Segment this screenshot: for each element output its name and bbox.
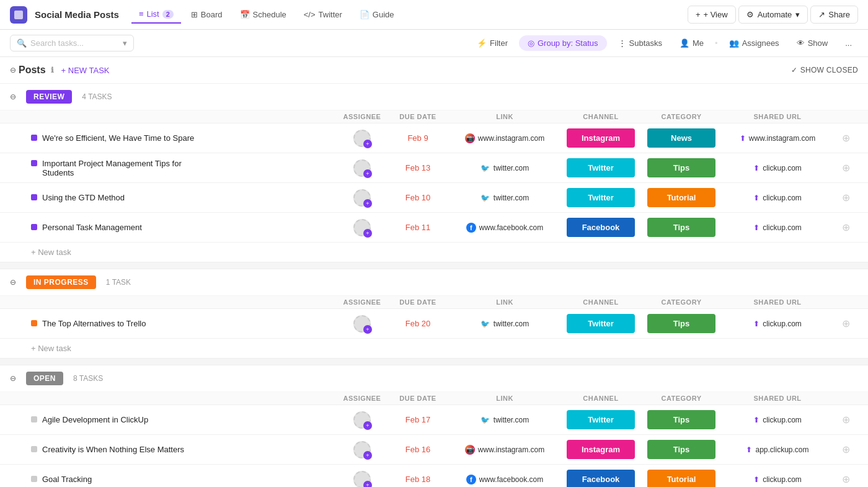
avatar[interactable]: + <box>353 315 371 333</box>
new-task-row-in-progress[interactable]: + New task <box>0 339 868 358</box>
channel-badge: Twitter <box>567 158 635 177</box>
link-cell[interactable]: 🐦 twitter.com <box>449 163 560 173</box>
in-progress-task-count: 1 TASK <box>106 278 131 287</box>
due-date-cell: Feb 10 <box>387 193 449 202</box>
nav-tab-schedule[interactable]: 📅 Schedule <box>232 6 294 23</box>
task-name[interactable]: Agile Development in ClickUp <box>31 415 337 424</box>
col-header-shared-url: SHARED URL <box>722 395 833 402</box>
nav-tab-twitter[interactable]: </> Twitter <box>296 6 350 23</box>
task-name[interactable]: Personal Task Management <box>31 223 337 232</box>
link-cell[interactable]: 📷 www.instagram.com <box>449 445 560 455</box>
add-column-button[interactable]: ⊕ <box>833 132 858 144</box>
task-name[interactable]: Goal Tracking <box>31 475 337 484</box>
category-cell[interactable]: Tutorial <box>641 188 722 207</box>
collapse-in-progress-button[interactable]: ⊖ <box>10 278 16 287</box>
group-by-button[interactable]: ◎ Group by: Status <box>519 35 607 51</box>
channel-cell[interactable]: Instagram <box>560 440 641 459</box>
filter-button[interactable]: ⚡ Filter <box>471 35 514 51</box>
channel-cell[interactable]: Twitter <box>560 410 641 429</box>
add-column-button[interactable]: ⊕ <box>833 162 858 174</box>
category-cell[interactable]: Tips <box>641 314 722 333</box>
more-options-button[interactable]: ... <box>839 35 858 51</box>
clickup-icon: ⬆ <box>753 416 760 424</box>
share-button[interactable]: ↗ Share <box>810 6 858 24</box>
avatar[interactable]: + <box>353 471 371 488</box>
link-cell[interactable]: 📷 www.instagram.com <box>449 133 560 143</box>
avatar[interactable]: + <box>353 130 371 147</box>
add-assignee-icon[interactable]: + <box>363 229 372 238</box>
category-badge: News <box>647 128 715 148</box>
table-row: Creativity is When Nothing Else Matters … <box>0 435 868 465</box>
channel-cell[interactable]: Facebook <box>560 470 641 487</box>
add-assignee-icon[interactable]: + <box>363 199 372 208</box>
show-closed-button[interactable]: ✓ SHOW CLOSED <box>791 66 858 74</box>
add-assignee-icon[interactable]: + <box>363 451 372 460</box>
add-assignee-icon[interactable]: + <box>363 325 372 334</box>
review-badge[interactable]: REVIEW <box>26 90 72 104</box>
nav-tab-guide[interactable]: 📄 Guide <box>352 6 402 23</box>
add-column-button[interactable]: ⊕ <box>833 414 858 426</box>
collapse-review-button[interactable]: ⊖ <box>10 92 16 101</box>
category-cell[interactable]: News <box>641 128 722 148</box>
add-column-button[interactable]: ⊕ <box>833 221 858 233</box>
col-header-task <box>31 113 337 120</box>
show-button[interactable]: 👁 Show <box>790 35 835 51</box>
task-name[interactable]: Using the GTD Method <box>31 193 337 202</box>
channel-cell[interactable]: Twitter <box>560 314 641 333</box>
avatar[interactable]: + <box>353 159 371 177</box>
due-date-cell: Feb 13 <box>387 163 449 172</box>
add-column-button[interactable]: ⊕ <box>833 473 858 485</box>
category-cell[interactable]: Tips <box>641 410 722 429</box>
add-column-button[interactable]: ⊕ <box>833 318 858 329</box>
open-badge[interactable]: OPEN <box>26 372 63 385</box>
add-assignee-icon[interactable]: + <box>363 140 372 148</box>
category-cell[interactable]: Tips <box>641 218 722 237</box>
col-header-task <box>31 298 337 306</box>
link-cell[interactable]: 🐦 twitter.com <box>449 193 560 203</box>
channel-cell[interactable]: Twitter <box>560 188 641 207</box>
new-task-button[interactable]: + NEW TASK <box>61 66 110 75</box>
collapse-posts-button[interactable]: ⊖ <box>10 66 16 74</box>
instagram-icon: 📷 <box>465 133 475 143</box>
new-task-row-review[interactable]: + New task <box>0 243 868 262</box>
subtasks-button[interactable]: ⋮ Subtasks <box>612 35 668 51</box>
task-name[interactable]: Creativity is When Nothing Else Matters <box>31 445 337 454</box>
task-name[interactable]: Important Project Management Tips forStu… <box>31 159 337 177</box>
task-name[interactable]: We're so Efficient, We Have Time to Spar… <box>31 133 337 143</box>
avatar[interactable]: + <box>353 189 371 207</box>
link-cell[interactable]: 🐦 twitter.com <box>449 319 560 329</box>
nav-tab-list[interactable]: ≡ List 2 <box>131 6 181 24</box>
in-progress-badge[interactable]: IN PROGRESS <box>26 275 96 289</box>
plus-icon: + <box>696 10 701 19</box>
nav-tab-board[interactable]: ⊞ Board <box>184 6 230 23</box>
me-button[interactable]: 👤 Me <box>673 35 710 51</box>
search-dropdown-icon[interactable]: ▾ <box>123 38 127 48</box>
link-cell[interactable]: f www.facebook.com <box>449 223 560 233</box>
assignees-button[interactable]: 👥 Assignees <box>723 35 786 51</box>
add-assignee-icon[interactable]: + <box>363 169 372 178</box>
add-column-button[interactable]: ⊕ <box>833 192 858 203</box>
view-button[interactable]: + + View <box>688 6 736 24</box>
search-box[interactable]: 🔍 Search tasks... ▾ <box>10 35 134 51</box>
add-assignee-icon[interactable]: + <box>363 421 372 430</box>
task-name[interactable]: The Top Alternatives to Trello <box>31 319 337 328</box>
col-header-assignee: ASSIGNEE <box>337 395 387 402</box>
avatar[interactable]: + <box>353 441 371 458</box>
collapse-open-button[interactable]: ⊖ <box>10 374 16 383</box>
info-icon[interactable]: ℹ <box>51 66 54 74</box>
link-cell[interactable]: 🐦 twitter.com <box>449 415 560 425</box>
channel-cell[interactable]: Twitter <box>560 158 641 177</box>
category-cell[interactable]: Tutorial <box>641 470 722 487</box>
category-cell[interactable]: Tips <box>641 158 722 177</box>
automate-button[interactable]: ⚙ Automate ▾ <box>738 6 808 24</box>
add-column-button[interactable]: ⊕ <box>833 444 858 455</box>
shared-url-cell: ⬆ clickup.com <box>722 194 833 202</box>
add-assignee-icon[interactable]: + <box>363 481 372 488</box>
link-cell[interactable]: f www.facebook.com <box>449 475 560 485</box>
channel-cell[interactable]: Facebook <box>560 218 641 237</box>
avatar[interactable]: + <box>353 219 371 236</box>
instagram-icon: 📷 <box>465 445 475 455</box>
channel-cell[interactable]: Instagram <box>560 128 641 148</box>
category-cell[interactable]: Tips <box>641 440 722 459</box>
avatar[interactable]: + <box>353 411 371 429</box>
